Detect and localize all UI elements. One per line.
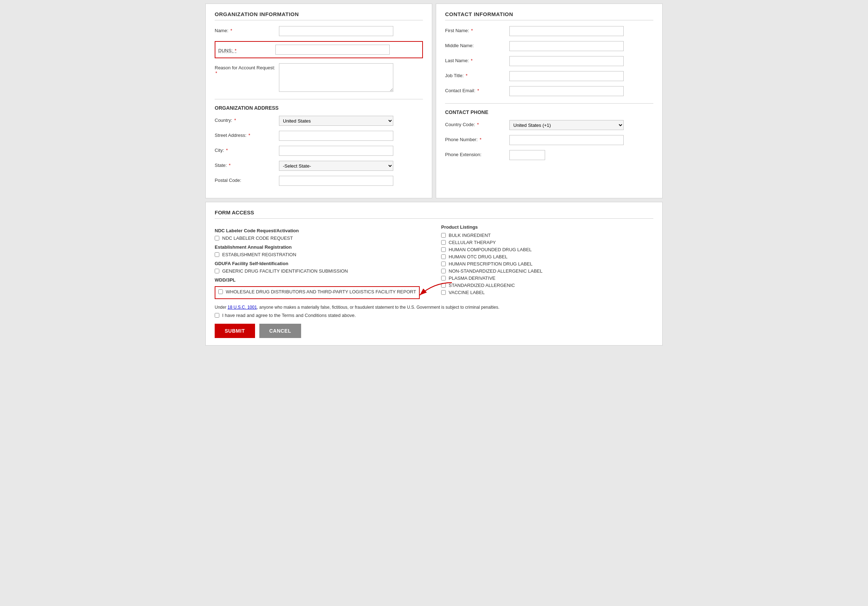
establishment-item-label: ESTABLISHMENT REGISTRATION — [222, 252, 296, 257]
product-checkbox[interactable] — [441, 290, 446, 295]
duns-input[interactable] — [275, 45, 390, 55]
wdd-group-title: WDD/3PL — [215, 277, 427, 283]
wdd-section: WDD/3PL WHOLESALE DRUG DISTRIBUTORS AND … — [215, 277, 427, 299]
product-checkbox[interactable] — [441, 276, 446, 280]
last-name-row: Last Name: * — [445, 56, 653, 66]
first-name-row: First Name: * — [445, 26, 653, 36]
city-row: City: * — [215, 146, 423, 156]
contact-email-input[interactable] — [509, 86, 624, 96]
middle-name-input[interactable] — [509, 41, 624, 51]
product-checkbox[interactable] — [441, 255, 446, 259]
product-item: HUMAN OTC DRUG LABEL — [441, 254, 653, 259]
name-label: Name: * — [215, 26, 279, 33]
establishment-group-title: Establishment Annual Registration — [215, 244, 427, 250]
form-access-columns: NDC Labeler Code Request/Activation NDC … — [215, 224, 653, 299]
establishment-checkbox[interactable] — [215, 252, 219, 257]
phone-number-label: Phone Number: * — [445, 135, 509, 142]
legal-link[interactable]: 18 U.S.C. 1001 — [228, 305, 257, 310]
country-code-select[interactable]: United States (+1) — [509, 120, 624, 130]
ndc-group-title: NDC Labeler Code Request/Activation — [215, 228, 427, 233]
wdd-item: WHOLESALE DRUG DISTRIBUTORS AND THIRD-PA… — [218, 289, 416, 294]
terms-text: I have read and agree to the Terms and C… — [222, 313, 356, 318]
submit-button[interactable]: SUBMIT — [215, 324, 255, 338]
duns-row: DUNS: * — [215, 41, 423, 58]
country-row: Country: * United States — [215, 116, 423, 126]
street-input[interactable] — [279, 131, 393, 141]
product-item-label: STANDARDIZED ALLERGENIC — [449, 283, 515, 288]
state-select[interactable]: -Select State- — [279, 161, 393, 171]
reason-textarea[interactable] — [279, 63, 393, 92]
city-input[interactable] — [279, 146, 393, 156]
product-items-container: BULK INGREDIENTCELLULAR THERAPYHUMAN COM… — [441, 233, 653, 295]
wdd-checkbox[interactable] — [218, 289, 223, 294]
button-row: SUBMIT CANCEL — [215, 324, 653, 338]
middle-name-label: Middle Name: — [445, 41, 509, 48]
name-input[interactable] — [279, 26, 393, 36]
name-row: Name: * — [215, 26, 423, 36]
product-checkbox[interactable] — [441, 269, 446, 273]
product-checkbox[interactable] — [441, 247, 446, 252]
contact-info-panel: CONTACT INFORMATION First Name: * Middle… — [436, 3, 663, 198]
product-item-label: NON-STANDARDIZED ALLERGENIC LABEL — [449, 268, 542, 274]
terms-row: I have read and agree to the Terms and C… — [215, 313, 653, 318]
postal-input[interactable] — [279, 176, 393, 186]
product-item: NON-STANDARDIZED ALLERGENIC LABEL — [441, 268, 653, 274]
product-checkbox[interactable] — [441, 283, 446, 287]
ndc-checkbox[interactable] — [215, 236, 219, 241]
product-item-label: HUMAN COMPOUNDED DRUG LABEL — [449, 247, 532, 252]
gdufa-item-label: GENERIC DRUG FACILITY IDENTIFICATION SUB… — [222, 268, 348, 274]
cancel-button[interactable]: CANCEL — [259, 324, 301, 338]
last-name-label: Last Name: * — [445, 56, 509, 63]
duns-label: DUNS: * — [218, 46, 275, 53]
first-name-input[interactable] — [509, 26, 624, 36]
phone-extension-input[interactable] — [509, 150, 545, 160]
product-listings-title: Product Listings — [441, 224, 653, 230]
ndc-item: NDC LABELER CODE REQUEST — [215, 235, 427, 241]
job-title-label: Job Title: * — [445, 71, 509, 78]
form-access-title: FORM ACCESS — [215, 210, 653, 219]
product-checkbox[interactable] — [441, 233, 446, 238]
country-select[interactable]: United States — [279, 116, 393, 126]
contact-phone-title: CONTACT PHONE — [445, 109, 653, 115]
job-title-row: Job Title: * — [445, 71, 653, 81]
city-label: City: * — [215, 146, 279, 153]
form-access-panel: FORM ACCESS NDC Labeler Code Request/Act… — [205, 202, 663, 345]
product-item-label: VACCINE LABEL — [449, 290, 485, 295]
wdd-item-label: WHOLESALE DRUG DISTRIBUTORS AND THIRD-PA… — [226, 289, 416, 294]
first-name-label: First Name: * — [445, 26, 509, 33]
phone-number-row: Phone Number: * — [445, 135, 653, 145]
product-item: CELLULAR THERAPY — [441, 240, 653, 245]
last-name-input[interactable] — [509, 56, 624, 66]
product-item-label: CELLULAR THERAPY — [449, 240, 496, 245]
product-item-label: HUMAN PRESCRIPTION DRUG LABEL — [449, 261, 533, 267]
product-item-label: PLASMA DERIVATIVE — [449, 275, 496, 281]
middle-name-row: Middle Name: — [445, 41, 653, 51]
product-item: STANDARDIZED ALLERGENIC — [441, 283, 653, 288]
phone-number-input[interactable] — [509, 135, 624, 145]
legal-text: Under 18 U.S.C. 1001, anyone who makes a… — [215, 305, 653, 310]
product-item-label: HUMAN OTC DRUG LABEL — [449, 254, 508, 259]
ndc-item-label: NDC LABELER CODE REQUEST — [222, 235, 293, 241]
street-row: Street Address: * — [215, 131, 423, 141]
product-item: PLASMA DERIVATIVE — [441, 275, 653, 281]
state-row: State: * -Select State- — [215, 161, 423, 171]
product-checkbox[interactable] — [441, 261, 446, 266]
form-access-left: NDC Labeler Code Request/Activation NDC … — [215, 224, 427, 299]
product-item-label: BULK INGREDIENT — [449, 233, 491, 238]
terms-checkbox[interactable] — [215, 313, 219, 318]
gdufa-checkbox[interactable] — [215, 269, 219, 273]
job-title-input[interactable] — [509, 71, 624, 81]
country-code-label: Country Code: * — [445, 120, 509, 127]
product-checkbox[interactable] — [441, 240, 446, 245]
phone-extension-row: Phone Extension: — [445, 150, 653, 160]
product-item: VACCINE LABEL — [441, 290, 653, 295]
contact-info-title: CONTACT INFORMATION — [445, 11, 653, 20]
establishment-item: ESTABLISHMENT REGISTRATION — [215, 252, 427, 257]
gdufa-item: GENERIC DRUG FACILITY IDENTIFICATION SUB… — [215, 268, 427, 274]
street-label: Street Address: * — [215, 131, 279, 138]
form-access-right: Product Listings BULK INGREDIENTCELLULAR… — [441, 224, 653, 299]
postal-label: Postal Code: — [215, 176, 279, 183]
contact-phone-section: CONTACT PHONE Country Code: * United Sta… — [445, 103, 653, 160]
product-item: HUMAN PRESCRIPTION DRUG LABEL — [441, 261, 653, 267]
country-code-row: Country Code: * United States (+1) — [445, 120, 653, 130]
